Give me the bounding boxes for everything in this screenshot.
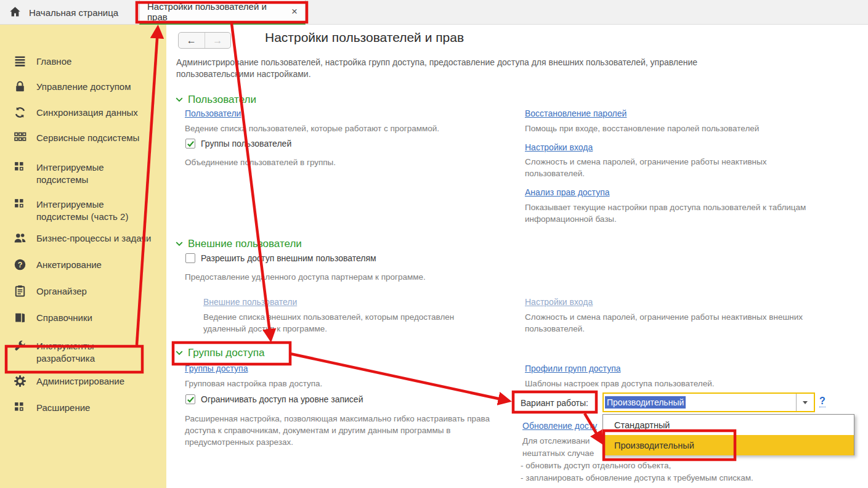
modules-icon xyxy=(14,401,26,414)
allow-external-desc: Предоставление удаленного доступа партне… xyxy=(185,271,426,283)
access-update-bullet-2: - запланировать обновление доступа к тре… xyxy=(521,472,753,484)
allow-external-checkbox-row[interactable]: Разрешить доступ внешним пользователям xyxy=(185,253,376,263)
menu-icon xyxy=(14,55,26,68)
sidebar-item-business-processes[interactable]: Бизнес-процессы и задачи xyxy=(0,232,166,245)
people-icon xyxy=(14,232,26,245)
access-update-link[interactable]: Обновление досту xyxy=(522,421,597,431)
users-link[interactable]: Пользователи xyxy=(185,108,241,118)
sync-icon xyxy=(14,106,26,119)
record-level-checkbox-row[interactable]: Ограничивать доступ на уровне записей xyxy=(185,394,363,404)
page-description: Администрирование пользователей, настрой… xyxy=(176,57,758,80)
users-desc: Ведение списка пользователей, которые ра… xyxy=(185,123,439,134)
tab-bar: Начальная страница Настройки пользовател… xyxy=(0,0,868,25)
chevron-down-icon xyxy=(803,401,808,404)
access-update-desc-line1: Для отслеживани xyxy=(522,435,590,447)
access-groups-link[interactable]: Группы доступа xyxy=(185,364,248,373)
wrench-icon xyxy=(14,340,26,352)
close-icon[interactable]: × xyxy=(291,6,298,17)
sidebar-item-service-subsystems[interactable]: Сервисные подсистемы xyxy=(0,132,166,144)
sidebar-item-organizer[interactable]: Органайзер xyxy=(0,285,166,298)
access-group-profiles-desc: Шаблоны настроек прав доступа пользовате… xyxy=(525,378,715,389)
question-icon: ? xyxy=(14,258,26,271)
work-mode-label: Вариант работы: xyxy=(521,398,588,408)
record-level-checkbox[interactable] xyxy=(185,394,195,404)
user-groups-checkbox-row[interactable]: Группы пользователей xyxy=(185,139,291,148)
section-access-groups-header[interactable]: Группы доступа xyxy=(176,347,264,359)
login-settings-desc: Сложность и смена паролей, ограничение р… xyxy=(525,156,814,179)
external-users-link[interactable]: Внешние пользователи xyxy=(203,297,297,307)
sidebar-item-extension[interactable]: Расширение xyxy=(0,402,166,414)
section-external-users-header[interactable]: Внешние пользователи xyxy=(176,238,302,250)
dropdown-option-productive[interactable]: Производительный xyxy=(603,435,854,455)
access-rights-analysis-desc: Показывает текущие настройки прав доступ… xyxy=(525,201,817,225)
lock-icon xyxy=(14,80,26,93)
access-rights-analysis-link[interactable]: Анализ прав доступа xyxy=(525,187,610,197)
sidebar-item-access-management[interactable]: Управление доступом xyxy=(0,81,166,93)
clipboard-icon xyxy=(14,285,26,298)
password-recovery-link[interactable]: Восстановление паролей xyxy=(525,108,627,118)
work-mode-value: Производительный xyxy=(605,396,686,409)
password-recovery-desc: Помощь при входе, восстановление паролей… xyxy=(525,123,759,134)
sidebar-item-catalogs[interactable]: Справочники xyxy=(0,312,166,324)
allow-external-checkbox[interactable] xyxy=(185,253,195,263)
tab-home[interactable]: Начальная страница xyxy=(9,0,118,25)
external-users-desc: Ведение списка внешних пользователей, ко… xyxy=(203,311,496,335)
books-icon xyxy=(14,311,26,324)
chevron-down-icon xyxy=(176,97,183,102)
tab-active-label: Настройки пользователей и прав xyxy=(147,1,285,22)
page-title: Настройки пользователей и прав xyxy=(265,30,464,45)
sidebar-item-developer-tools[interactable]: Инструменты разработчика xyxy=(0,340,166,365)
access-group-profiles-link[interactable]: Профили групп доступа xyxy=(525,364,621,373)
access-update-bullet-1: - обновить доступ отдельного объекта, xyxy=(521,460,671,471)
sidebar-item-data-sync[interactable]: Синхронизация данных xyxy=(0,107,166,119)
record-level-desc: Расширенная настройка, позволяющая макси… xyxy=(185,413,521,448)
combo-dropdown-button[interactable] xyxy=(796,394,814,411)
allow-external-checkbox-label: Разрешить доступ внешним пользователям xyxy=(201,253,376,263)
work-mode-dropdown: Стандартный Производительный xyxy=(602,414,854,455)
sidebar-item-administration[interactable]: Администрирование xyxy=(0,375,166,388)
dropdown-option-standard[interactable]: Стандартный xyxy=(603,415,854,435)
modules-icon xyxy=(14,161,26,174)
chevron-down-icon xyxy=(176,242,183,246)
sidebar-item-integrated-subsystems[interactable]: Интегрируемые подсистемы xyxy=(0,161,166,186)
sidebar-item-main[interactable]: Главное xyxy=(0,55,166,68)
help-link[interactable]: ? xyxy=(819,396,825,407)
external-login-settings-link[interactable]: Настройки входа xyxy=(525,297,593,307)
login-settings-link[interactable]: Настройки входа xyxy=(525,142,593,152)
tab-home-label: Начальная страница xyxy=(29,7,118,18)
history-nav: ← → xyxy=(178,32,231,49)
sidebar: Главное Управление доступом Синхронизаци… xyxy=(0,25,166,488)
modules-icon xyxy=(14,198,26,211)
work-mode-combobox[interactable]: Производительный xyxy=(602,392,815,412)
sidebar-item-questionnaire[interactable]: ? Анкетирование xyxy=(0,259,166,271)
sidebar-item-integrated-subsystems-2[interactable]: Интегрируемые подсистемы (часть 2) xyxy=(0,198,166,223)
user-groups-checkbox[interactable] xyxy=(185,139,195,148)
user-groups-checkbox-label: Группы пользователей xyxy=(201,139,291,148)
home-icon xyxy=(9,6,22,18)
gear-icon xyxy=(14,375,26,388)
forward-button[interactable]: → xyxy=(205,33,231,48)
tab-active[interactable]: Настройки пользователей и прав × xyxy=(139,0,306,25)
access-groups-desc: Групповая настройка прав доступа. xyxy=(185,378,322,389)
user-groups-desc: Объединение пользователей в группы. xyxy=(185,157,336,168)
section-users-header[interactable]: Пользователи xyxy=(176,94,256,106)
grid-icon xyxy=(14,131,26,144)
back-button[interactable]: ← xyxy=(179,33,205,48)
chevron-down-icon xyxy=(176,351,183,356)
external-login-settings-desc: Сложность и смена паролей, ограничение р… xyxy=(525,311,814,335)
record-level-checkbox-label: Ограничивать доступ на уровне записей xyxy=(201,394,363,404)
access-update-desc-line2: нештатных случае xyxy=(522,447,594,459)
main-content: ← → Настройки пользователей и прав Админ… xyxy=(166,25,868,488)
svg-text:?: ? xyxy=(18,261,23,269)
